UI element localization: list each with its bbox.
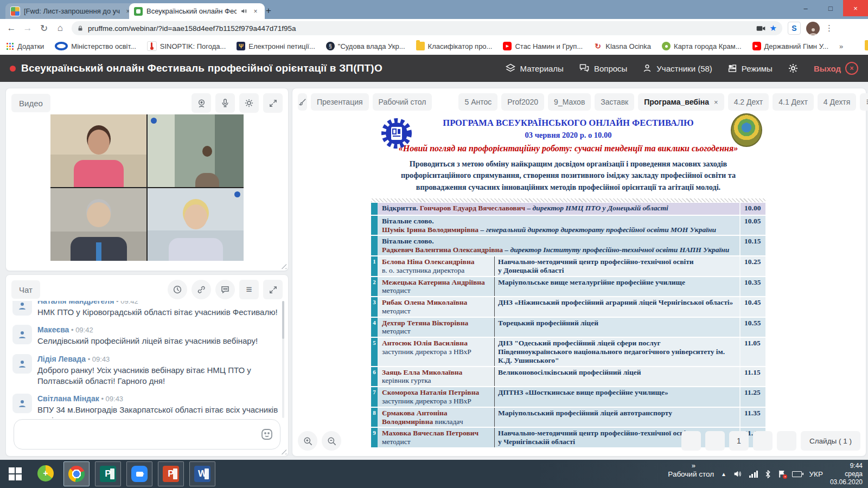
- taskbar-app-chrome[interactable]: [63, 461, 90, 486]
- clock[interactable]: 9:44 среда 03.06.2020: [830, 462, 863, 486]
- expand-icon[interactable]: [263, 280, 283, 299]
- window-maximize-button[interactable]: □: [818, 0, 843, 16]
- start-button[interactable]: [0, 460, 30, 488]
- reload-icon[interactable]: ↻: [36, 20, 52, 36]
- bookmark-star-icon[interactable]: ★: [770, 23, 777, 33]
- chat-message[interactable]: Світлана Міндак • 09:43ВПУ 34 м.Виноград…: [12, 394, 278, 418]
- menu-icon[interactable]: ≡: [239, 280, 259, 299]
- tray-up-arrow-icon[interactable]: ▲: [721, 471, 726, 477]
- browser-tab-2[interactable]: Всеукраїнський онлайн Фес ×: [129, 3, 265, 19]
- chat-input[interactable]: [14, 419, 280, 450]
- home-icon[interactable]: ⌂: [52, 20, 68, 36]
- doc-tab[interactable]: 4.2 Дехт: [728, 93, 769, 111]
- bluetooth-icon[interactable]: [765, 470, 771, 478]
- chat-message[interactable]: Наталія Мандрегеля • 09:42НМК ПТО у Кіро…: [12, 301, 278, 318]
- camera-media-icon[interactable]: [756, 25, 765, 32]
- tray-overflow-chevron[interactable]: »: [692, 461, 695, 470]
- action-center-flag-icon[interactable]: ×: [778, 470, 785, 478]
- new-tab-button[interactable]: +: [261, 5, 276, 17]
- video-feed-2[interactable]: [148, 114, 244, 187]
- doc-tab[interactable]: Заставк: [595, 93, 634, 111]
- history-clock-icon[interactable]: [168, 280, 187, 299]
- header-nav-materials[interactable]: Материалы: [505, 63, 564, 74]
- window-close-button[interactable]: ×: [843, 0, 868, 16]
- mode-tab-presentation[interactable]: Презентация: [311, 93, 369, 111]
- doc-tab[interactable]: 9_Махов: [548, 93, 591, 111]
- bookmarks-overflow-chevron[interactable]: »: [839, 42, 843, 50]
- bookmark-item[interactable]: §"Судова влада Укр...: [326, 42, 405, 50]
- slides-button[interactable]: Слайды ( 1 ): [801, 431, 860, 451]
- video-panel-title[interactable]: Видео: [11, 94, 50, 112]
- chat-message[interactable]: Лідія Левада • 09:43Доброго ранку! Усіх …: [12, 354, 278, 387]
- address-bar[interactable]: pruffme.com/webinar/?id=aae158d4eef7b115…: [72, 21, 782, 35]
- header-settings-gear-icon[interactable]: [788, 63, 799, 74]
- next-slide-icon[interactable]: [753, 431, 773, 451]
- desktop-toolbar-label[interactable]: Рабочий стол: [668, 470, 714, 478]
- video-feed-1[interactable]: [50, 114, 146, 187]
- chat-bubble-icon[interactable]: [215, 280, 235, 299]
- volume-icon[interactable]: [733, 470, 742, 478]
- chat-message-list[interactable]: Наталія Мандрегеля • 09:42НМК ПТО у Кіро…: [12, 301, 278, 418]
- doc-tab-active[interactable]: Програма_вебіна×: [638, 93, 724, 111]
- taskbar-app-security-360[interactable]: +: [33, 461, 58, 485]
- bookmark-item[interactable]: ↻Klasna Ocinka: [593, 42, 651, 50]
- bookmark-item[interactable]: ▶Стас Намин и Груп...: [503, 42, 583, 50]
- chat-message[interactable]: Макеєва • 09:42Селидівський професійний …: [12, 325, 278, 346]
- mode-tab-desktop[interactable]: Рабочий стол: [373, 93, 432, 111]
- bookmark-item[interactable]: Додатки: [5, 42, 44, 50]
- extension-s-icon[interactable]: S: [788, 22, 801, 35]
- prev-slide-icon[interactable]: [705, 431, 725, 451]
- slide-page-number[interactable]: 1: [729, 431, 749, 451]
- video-feed-4[interactable]: [148, 188, 244, 261]
- language-indicator[interactable]: УКР: [809, 470, 822, 478]
- bookmark-item[interactable]: Класифікатор про...: [416, 42, 493, 50]
- link-icon[interactable]: [192, 280, 211, 299]
- profile-avatar[interactable]: [806, 22, 820, 35]
- doc-tab[interactable]: 4 Дехтя: [818, 93, 856, 111]
- forward-icon[interactable]: →: [20, 20, 36, 36]
- taskbar-app-zoom[interactable]: [126, 461, 152, 486]
- doc-tab[interactable]: 5 Антос: [458, 93, 497, 111]
- bookmark-item[interactable]: ΨЕлектронні петиції...: [237, 42, 315, 50]
- webcam-icon[interactable]: [192, 93, 211, 113]
- settings-gear-icon[interactable]: [239, 93, 259, 113]
- chat-panel-title[interactable]: Чат: [11, 280, 40, 299]
- header-nav-questions[interactable]: Вопросы: [579, 63, 627, 74]
- back-icon[interactable]: ←: [3, 20, 20, 36]
- video-feed-3[interactable]: [50, 188, 146, 261]
- doc-tab[interactable]: 4.1 Дехт: [773, 93, 814, 111]
- menu-icon[interactable]: ≡: [860, 93, 868, 111]
- taskbar-app-powerpoint[interactable]: P: [158, 461, 184, 486]
- chat-scrollbar-thumb[interactable]: [282, 301, 284, 339]
- bookmark-item[interactable]: SINOPTIK: Погода...: [147, 41, 226, 51]
- bookmark-item[interactable]: Міністерство освіт...: [55, 42, 136, 50]
- header-nav-modes[interactable]: Режимы: [727, 63, 773, 73]
- zoom-in-icon[interactable]: [298, 431, 317, 451]
- tab-close-icon[interactable]: ×: [251, 7, 260, 16]
- header-nav-participants[interactable]: Участники (58): [642, 63, 712, 73]
- other-bookmarks-button[interactable]: Інші закладки: [865, 42, 868, 50]
- panel-resize-handle[interactable]: [280, 448, 286, 454]
- exit-button[interactable]: Выход×: [814, 62, 858, 75]
- last-slide-icon[interactable]: [777, 431, 796, 451]
- battery-icon[interactable]: [792, 471, 802, 477]
- network-signal-icon[interactable]: [749, 471, 758, 478]
- emoji-icon[interactable]: [260, 428, 273, 441]
- taskbar-app-word[interactable]: W: [189, 461, 215, 486]
- browser-tab-1[interactable]: [Fwd: Лист-запрошення до учас ×: [5, 3, 137, 19]
- first-slide-icon[interactable]: [681, 431, 701, 451]
- bookmark-item[interactable]: Карта города Крам...: [662, 42, 742, 50]
- clock-weekday: среда: [845, 470, 863, 478]
- doc-tab-close-icon[interactable]: ×: [714, 98, 718, 106]
- browser-menu-icon[interactable]: ⋮: [825, 23, 833, 33]
- panel-resize-handle[interactable]: [280, 263, 286, 269]
- tab-audio-icon[interactable]: [240, 8, 247, 15]
- doc-tab[interactable]: Prof2020: [501, 93, 544, 111]
- bookmark-item[interactable]: ▶Державний Гімн У...: [752, 42, 828, 50]
- window-minimize-button[interactable]: –: [793, 0, 818, 16]
- zoom-out-icon[interactable]: [322, 431, 341, 451]
- expand-icon[interactable]: [263, 93, 283, 113]
- microphone-icon[interactable]: [215, 93, 235, 113]
- draw-brush-icon[interactable]: [298, 93, 307, 111]
- taskbar-app-publisher[interactable]: P: [95, 461, 121, 486]
